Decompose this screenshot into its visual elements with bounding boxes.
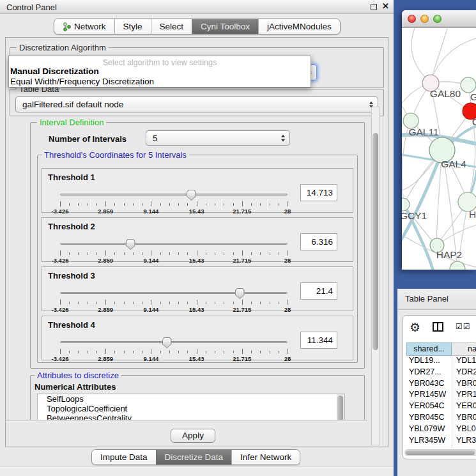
attribute-item-selfloops[interactable]: SelfLoops [38,394,344,404]
slider-track[interactable] [60,243,288,245]
tab-jactivemnodules[interactable]: jActiveMNodules [258,19,340,34]
tab-network[interactable]: Network [54,19,114,34]
tab-impute-data[interactable]: Impute Data [92,450,156,464]
slider-tick-labels: -3.4262.8599.14415.4321.71528 [60,257,288,264]
network-edge[interactable] [431,28,447,82]
column-divider [452,356,452,448]
threshold-slider[interactable]: -3.4262.8599.14415.4321.71528 [60,189,288,213]
tab-label: Infer Network [240,452,291,462]
tab-label: Cyni Toolbox [201,22,250,31]
network-canvas[interactable]: GAL80GAGAL11CGAL4GCY1HHAP2 [402,28,476,270]
threshold-value-field[interactable] [300,184,337,201]
slider-tick-labels: -3.4262.8599.14415.4321.71528 [60,306,288,313]
network-node-node-top-right[interactable] [461,77,476,93]
tab-discretize-data[interactable]: Discretize Data [156,450,232,464]
slider-track[interactable] [60,194,288,196]
slider-thumb[interactable] [235,288,245,299]
node-table: shared... na YDL19...YDL1YDR27...YDR2YBR… [406,342,476,448]
apply-button[interactable]: Apply [171,429,215,443]
interval-definition-group: Interval Definition Number of Intervals … [30,122,365,369]
panel-scrollbar[interactable] [371,107,380,445]
table-row[interactable]: YBR045CYBR0 [406,413,476,424]
threshold-value-field[interactable] [300,233,337,250]
threshold-slider[interactable]: -3.4262.8599.14415.4321.71528 [60,288,288,312]
list-scrollbar-thumb[interactable] [337,395,343,421]
attribute-item-topologicalcoefficient[interactable]: TopologicalCoefficient [38,404,344,413]
node-label: HAP2 [436,249,463,260]
table-scrollbar-thumb[interactable] [406,450,475,455]
threshold-slider[interactable]: -3.4262.8599.14415.4321.71528 [60,337,288,361]
cell-shared-name: YER054C [406,401,452,413]
dropdown-hint: Select algorithm to view settings [9,56,311,66]
threshold-label: Threshold 1 [48,173,95,182]
threshold-slider[interactable]: -3.4262.8599.14415.4321.71528 [60,238,288,263]
dropdown-item-equal-width-frequency[interactable]: Equal Width/Frequency Discretization [9,77,311,87]
cell-name: YBL0 [452,424,476,436]
network-node-node-bottom[interactable] [450,261,465,270]
column-header-name[interactable]: na [452,342,476,356]
dropdown-item-manual-discretization[interactable]: Manual Discretization [9,66,311,77]
tab-label: Network [74,22,106,31]
threshold-label: Threshold 4 [48,320,95,330]
columns-icon[interactable] [433,322,443,332]
table-row[interactable]: YDL19...YDL1 [406,356,476,367]
cell-name: YDR2 [452,367,476,379]
table-panel-titlebar: Table Panel [397,289,476,310]
slider-ticks [60,201,288,207]
table-row[interactable]: YBR043CYBR0 [406,379,476,390]
tab-style[interactable]: Style [114,19,151,34]
close-icon[interactable]: ✕ [382,1,389,11]
network-edge[interactable] [411,28,431,82]
tab-label: Discretize Data [165,452,224,462]
table-body[interactable]: YDL19...YDL1YDR27...YDR2YBR043CYBR0YPR14… [406,356,476,448]
minimize-traffic-light-icon[interactable] [420,15,429,23]
node-label: GCY1 [402,210,427,221]
table-data-group: Table Data galFiltered.sif default node [10,89,384,116]
table-data-combobox[interactable]: galFiltered.sif default node [15,96,378,112]
slider-thumb[interactable] [126,239,135,250]
tab-infer-network[interactable]: Infer Network [231,450,300,464]
panel-scrollbar-thumb[interactable] [372,133,378,350]
network-window-titlebar[interactable] [402,10,476,28]
slider-thumb[interactable] [162,337,172,348]
node-label: GAL11 [408,127,438,137]
slider-track[interactable] [60,341,288,343]
network-icon [63,22,71,31]
cyni-toolbox-content: Discretization Algorithm Select algorith… [5,37,388,447]
thresholds-group: Threshold's Coordinates for 5 Intervals … [37,155,358,363]
group-title: Threshold's Coordinates for 5 Intervals [42,150,189,160]
table-row[interactable]: YPR145WYPR1 [406,390,476,401]
tab-cyni-toolbox[interactable]: Cyni Toolbox [192,19,258,34]
column-header-shared-name[interactable]: shared... [406,342,452,356]
tab-label: jActiveMNodules [267,22,332,31]
table-horizontal-scrollbar[interactable] [404,449,476,456]
apply-strip: Apply [6,420,367,447]
gear-icon[interactable]: ⚙ [410,320,420,335]
table-row[interactable]: YLR345WYLR3 [406,436,476,447]
table-row[interactable]: YBL079WYBL0 [406,424,476,436]
threshold-value-field[interactable] [300,332,337,349]
close-traffic-light-icon[interactable] [408,15,416,23]
cell-name: YER0 [452,401,476,413]
control-panel-titlebar: Control Panel ✕ [0,0,394,14]
tab-select[interactable]: Select [151,19,192,34]
slider-track[interactable] [60,292,288,294]
float-window-icon[interactable] [371,4,377,10]
control-panel: Control Panel ✕ NetworkStyleSelectCyni T… [0,0,394,476]
network-view-window: GAL80GAGAL11CGAL4GCY1HHAP2 [402,10,476,270]
zoom-traffic-light-icon[interactable] [433,15,441,23]
table-row[interactable]: YIL052CYIL0 [406,447,476,448]
table-row[interactable]: YDR27...YDR2 [406,367,476,379]
threshold-value-field[interactable] [300,282,337,300]
cell-name: YBR0 [452,413,476,424]
network-node-gcy1[interactable] [402,198,410,211]
slider-thumb[interactable] [187,190,196,201]
number-of-intervals-value: 5 [153,134,158,143]
checkbox-icons[interactable]: ☑☑ [456,322,471,331]
table-row[interactable]: YER054CYER0 [406,401,476,413]
cell-name: YBR0 [452,379,476,390]
number-of-intervals-combobox[interactable]: 5 [146,130,290,146]
table-header-row: shared... na [406,342,476,356]
network-graph[interactable]: GAL80GAGAL11CGAL4GCY1HHAP2 [402,28,476,270]
slider-tick-labels: -3.4262.8599.14415.4321.71528 [60,208,288,215]
